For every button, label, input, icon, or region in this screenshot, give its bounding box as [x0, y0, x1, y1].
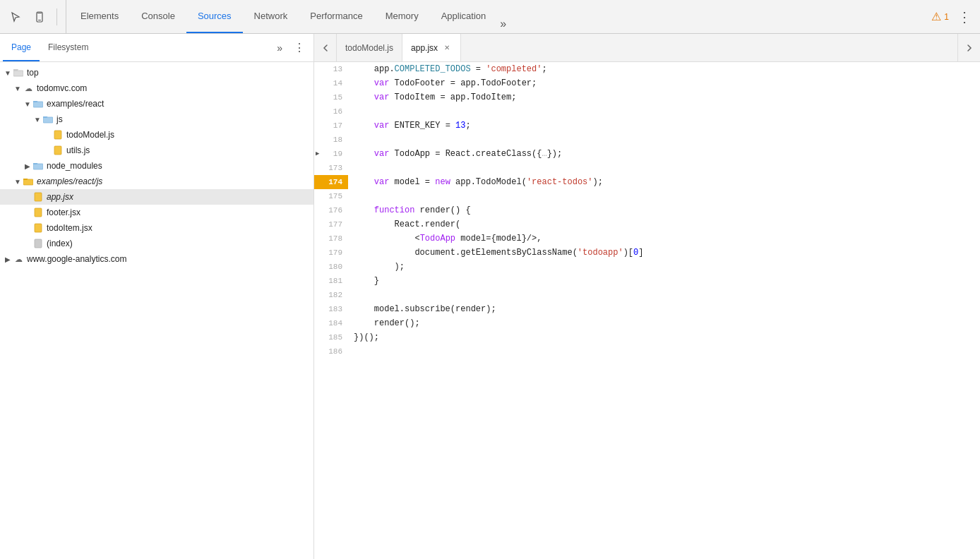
tree-item-js[interactable]: js	[0, 112, 313, 127]
line-number-181: 181	[314, 274, 348, 288]
top-tab-list: Elements Console Sources Network Perform…	[66, 0, 926, 33]
tree-arrow-google-analytics[interactable]	[3, 256, 13, 263]
svg-rect-2	[37, 13, 42, 13]
tree-arrow-js[interactable]	[32, 116, 42, 124]
tab-sources[interactable]: Sources	[186, 0, 243, 33]
tree-arrow-node-modules[interactable]	[23, 162, 32, 170]
code-line-183: 183 model.subscribe(render);	[314, 302, 980, 316]
warning-badge[interactable]: ⚠ 1	[931, 10, 949, 23]
tree-label-js: js	[56, 114, 63, 124]
more-left-tabs[interactable]: »	[271, 42, 288, 54]
code-line-178: 178 <TodoApp model={model}/>,	[314, 232, 980, 246]
tree-item-top[interactable]: top	[0, 65, 313, 80]
code-line-17: 17 var ENTER_KEY = 13;	[314, 119, 980, 133]
collapse-left-button[interactable]	[314, 34, 337, 61]
file-icon-utils	[52, 145, 64, 156]
tree-item-footer-jsx[interactable]: footer.jsx	[0, 205, 313, 220]
tree-arrow-top[interactable]	[3, 69, 13, 77]
line-number-16: 16	[314, 104, 348, 119]
tree-item-index[interactable]: (index)	[0, 236, 313, 251]
code-line-186: 186	[314, 344, 980, 359]
tree-label-index: (index)	[47, 239, 73, 248]
line-content-180: );	[348, 260, 980, 274]
line-content-178: <TodoApp model={model}/>,	[348, 232, 980, 246]
line-number-184: 184	[314, 316, 348, 330]
code-editor[interactable]: 13 app.COMPLETED_TODOS = 'completed'; 14…	[314, 62, 980, 559]
more-tabs-button[interactable]: »	[497, 15, 509, 33]
tree-label-app-jsx: app.jsx	[47, 192, 73, 202]
svg-rect-11	[35, 208, 42, 217]
code-line-16: 16	[314, 104, 980, 119]
tab-page[interactable]: Page	[3, 34, 40, 61]
tab-performance[interactable]: Performance	[299, 0, 374, 33]
tree-item-utils[interactable]: utils.js	[0, 143, 313, 158]
expand-arrow-19[interactable]: ▶	[316, 147, 319, 161]
folder-icon-node-modules	[32, 160, 44, 172]
tree-item-todomvc[interactable]: ☁ todomvc.com	[0, 80, 313, 96]
tree-label-node-modules: node_modules	[47, 161, 102, 171]
line-content-186	[348, 344, 980, 359]
line-content-184: render();	[348, 316, 980, 330]
line-number-19: ▶ 19	[314, 147, 348, 161]
file-icon-todomodel	[52, 129, 64, 140]
code-line-19: ▶ 19 var TodoApp = React.createClass({…}…	[314, 147, 980, 161]
tree-arrow-examples-react[interactable]	[23, 100, 32, 108]
tree-item-todoitem-jsx[interactable]: todoItem.jsx	[0, 220, 313, 236]
code-line-18: 18	[314, 133, 980, 147]
line-number-174: 174	[314, 175, 348, 189]
line-content-14: var TodoFooter = app.TodoFooter;	[348, 76, 980, 90]
line-content-182	[348, 288, 980, 302]
tree-item-app-jsx[interactable]: app.jsx	[0, 189, 313, 205]
line-number-14: 14	[314, 76, 348, 90]
tab-application[interactable]: Application	[430, 0, 498, 33]
left-panel-menu[interactable]: ⋮	[288, 41, 311, 54]
tree-item-todomodel[interactable]: todoModel.js	[0, 127, 313, 143]
main-content: Page Filesystem » ⋮ top ☁ todomvc.com	[0, 34, 980, 559]
line-number-175: 175	[314, 189, 348, 203]
tab-memory[interactable]: Memory	[374, 0, 430, 33]
line-content-179: document.getElementsByClassName('todoapp…	[348, 246, 980, 260]
tab-console[interactable]: Console	[130, 0, 186, 33]
mobile-icon[interactable]	[30, 7, 49, 27]
line-content-176: function render() {	[348, 203, 980, 217]
tree-arrow-examples-react-js[interactable]	[13, 178, 23, 186]
tree-item-node-modules[interactable]: node_modules	[0, 158, 313, 174]
cursor-icon[interactable]	[6, 7, 25, 27]
svg-rect-10	[35, 193, 42, 201]
code-line-180: 180 );	[314, 260, 980, 274]
top-bar: Elements Console Sources Network Perform…	[0, 0, 980, 34]
tree-label-examples-react-js: examples/react/js	[37, 176, 102, 186]
line-content-17: var ENTER_KEY = 13;	[348, 119, 980, 133]
line-content-173	[348, 161, 980, 175]
svg-rect-6	[54, 131, 61, 139]
tree-label-todoitem-jsx: todoItem.jsx	[47, 223, 92, 233]
kebab-menu-button[interactable]: ⋮	[955, 6, 974, 28]
line-number-185: 185	[314, 330, 348, 344]
tab-network[interactable]: Network	[243, 0, 299, 33]
tree-label-todomodel: todoModel.js	[66, 130, 114, 140]
line-content-15: var TodoItem = app.TodoItem;	[348, 90, 980, 104]
code-line-184: 184 render();	[314, 316, 980, 330]
code-line-179: 179 document.getElementsByClassName('tod…	[314, 246, 980, 260]
cloud-icon-todomvc: ☁	[23, 83, 34, 94]
close-tab-button[interactable]: ✕	[442, 43, 452, 53]
editor-tab-todomodel[interactable]: todoModel.js	[337, 34, 402, 61]
tree-arrow-todomvc[interactable]	[13, 85, 23, 92]
tree-item-google-analytics[interactable]: ☁ www.google-analytics.com	[0, 251, 313, 267]
file-icon-index	[32, 238, 44, 249]
line-number-18: 18	[314, 133, 348, 147]
line-number-176: 176	[314, 203, 348, 217]
tree-item-examples-react-js[interactable]: examples/react/js	[0, 174, 313, 189]
tab-filesystem[interactable]: Filesystem	[40, 34, 97, 61]
line-number-182: 182	[314, 288, 348, 302]
code-line-175: 175	[314, 189, 980, 203]
code-line-185: 185 })();	[314, 330, 980, 344]
tree-item-examples-react[interactable]: examples/react	[0, 96, 313, 112]
code-line-13: 13 app.COMPLETED_TODOS = 'completed';	[314, 62, 980, 76]
editor-tab-app-jsx[interactable]: app.jsx ✕	[402, 34, 461, 61]
tab-elements[interactable]: Elements	[69, 0, 130, 33]
collapse-right-button[interactable]	[957, 34, 980, 61]
line-content-183: model.subscribe(render);	[348, 302, 980, 316]
svg-rect-3	[13, 71, 23, 76]
code-line-177: 177 React.render(	[314, 217, 980, 232]
